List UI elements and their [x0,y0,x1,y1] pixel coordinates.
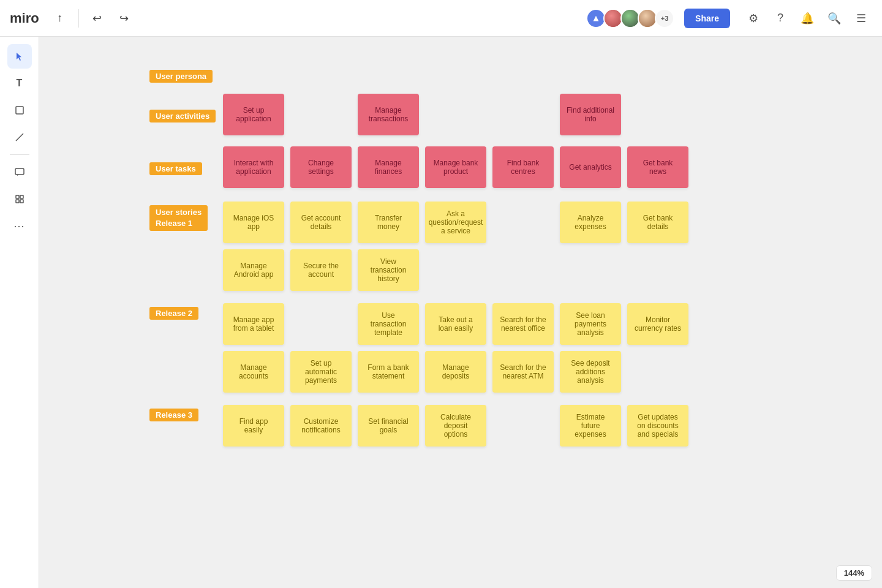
empty-cell [560,249,621,291]
separator [78,9,79,28]
canvas-inner: User persona User activities Set up appl… [39,37,774,588]
empty-cell [492,405,554,447]
sticky-manage-transactions[interactable]: Manage transactions [358,94,419,135]
sticky-get-analytics[interactable]: Get analytics [560,146,621,188]
more-tools[interactable]: ··· [7,214,32,238]
sticky-find-bank-centres[interactable]: Find bank centres [492,146,554,188]
sticky-manage-app-tablet[interactable]: Manage app from a tablet [223,303,284,345]
sticky-find-app-easily[interactable]: Find app easily [223,405,284,447]
settings-icon-button[interactable]: ⚙ [742,7,764,29]
redo-button[interactable]: ↪ [113,7,135,29]
empty-cell [492,94,554,135]
sticky-setup-application[interactable]: Set up application [223,94,284,135]
upload-button[interactable]: ↑ [49,7,71,29]
sticky-tool[interactable] [7,98,32,123]
line-tool[interactable] [7,125,32,149]
empty-cell [492,249,554,291]
sticky-get-updates-discounts[interactable]: Get updates on discounts and specials [627,405,688,447]
sticky-take-out-loan[interactable]: Take out a loan easily [425,303,486,345]
sticky-setup-auto-payments[interactable]: Set up automatic payments [290,351,352,393]
comment-tool[interactable] [7,160,32,184]
release2-label: Release 2 [149,307,198,320]
left-toolbar: T ··· [0,37,39,588]
svg-rect-5 [20,195,23,198]
svg-rect-7 [20,200,23,203]
menu-button[interactable]: ☰ [850,7,872,29]
r2-row-b: Manage accounts Set up automatic payment… [223,351,688,393]
empty-cell [425,94,486,135]
empty-cell [492,202,554,243]
canvas[interactable]: User persona User activities Set up appl… [39,37,882,588]
empty-cell [627,249,688,291]
r2-row-a: Manage app from a tablet Use transaction… [223,303,688,345]
sticky-manage-android[interactable]: Manage Android app [223,249,284,291]
sticky-customize-notifications[interactable]: Customize notifications [290,405,352,447]
sticky-loan-payments-analysis[interactable]: See loan payments analysis [560,303,621,345]
search-button[interactable]: 🔍 [823,7,845,29]
topbar: miro ↑ ↩ ↪ +3 Share ⚙ ? 🔔 🔍 ☰ [0,0,882,37]
share-button[interactable]: Share [684,9,730,28]
user-tasks-cells: Interact with application Change setting… [223,146,688,188]
sticky-search-nearest-atm[interactable]: Search for the nearest ATM [492,351,554,393]
frame-tool[interactable] [7,187,32,211]
svg-line-2 [16,134,23,141]
sticky-manage-ios[interactable]: Manage iOS app [223,202,284,243]
r1-row-b: Manage Android app Secure the account Vi… [223,249,688,291]
sticky-estimate-future-expenses[interactable]: Estimate future expenses [560,405,621,447]
sticky-manage-accounts[interactable]: Manage accounts [223,351,284,393]
svg-marker-0 [594,15,599,21]
sticky-ask-question[interactable]: Ask a question/request a service [425,202,486,243]
user-tasks-label: User tasks [149,162,202,175]
tool-separator [10,154,29,155]
sticky-manage-finances[interactable]: Manage finances [358,146,419,188]
undo-button[interactable]: ↩ [86,7,108,29]
text-tool[interactable]: T [7,71,32,96]
svg-rect-3 [15,168,24,175]
sticky-manage-deposits[interactable]: Manage deposits [425,351,486,393]
empty-cell [425,249,486,291]
sticky-change-settings[interactable]: Change settings [290,146,352,188]
help-button[interactable]: ? [769,7,791,29]
svg-rect-6 [16,200,19,203]
sticky-manage-bank-product[interactable]: Manage bank product [425,146,486,188]
sticky-get-bank-details[interactable]: Get bank details [627,202,688,243]
sticky-use-transaction-template[interactable]: Use transaction template [358,303,419,345]
sticky-analyze-expenses[interactable]: Analyze expenses [560,202,621,243]
sticky-search-nearest-office[interactable]: Search for the nearest office [492,303,554,345]
user-stories-r1-label: User stories Release 1 [149,205,208,231]
sticky-view-transaction-history[interactable]: View transaction history [358,249,419,291]
sticky-get-account-details[interactable]: Get account details [290,202,352,243]
notifications-button[interactable]: 🔔 [796,7,818,29]
sticky-calculate-deposit[interactable]: Calculate deposit options [425,405,486,447]
user-persona-label: User persona [149,70,213,83]
empty-cell [627,94,688,135]
sticky-get-bank-news[interactable]: Get bank news [627,146,688,188]
user-persona-row: User persona [149,67,860,83]
sticky-monitor-currency[interactable]: Monitor currency rates [627,303,688,345]
r3-row: Find app easily Customize notifications … [223,405,688,447]
user-tasks-row: User tasks Interact with application Cha… [149,146,860,188]
svg-rect-1 [16,107,23,114]
empty-cell [290,94,352,135]
sticky-form-bank-statement[interactable]: Form a bank statement [358,351,419,393]
r1-row-a: Manage iOS app Get account details Trans… [223,202,688,243]
empty-cell [627,351,688,393]
release3-label: Release 3 [149,409,198,421]
sticky-secure-account[interactable]: Secure the account [290,249,352,291]
collaborators: +3 [589,9,674,28]
user-activities-label: User activities [149,110,216,123]
sticky-transfer-money[interactable]: Transfer money [358,202,419,243]
sticky-interact[interactable]: Interact with application [223,146,284,188]
user-activities-cells: Set up application Manage transactions F… [223,94,688,135]
user-activities-row: User activities Set up application Manag… [149,94,860,135]
zoom-indicator: 144% [836,565,872,581]
cursor-tool[interactable] [7,44,32,69]
sticky-find-additional-info[interactable]: Find additional info [560,94,621,135]
avatar-more[interactable]: +3 [655,9,674,28]
svg-rect-4 [16,195,19,198]
app-logo: miro [10,10,39,26]
empty-cell [290,303,352,345]
sticky-deposit-additions[interactable]: See deposit additions analysis [560,351,621,393]
sticky-set-financial-goals[interactable]: Set financial goals [358,405,419,447]
